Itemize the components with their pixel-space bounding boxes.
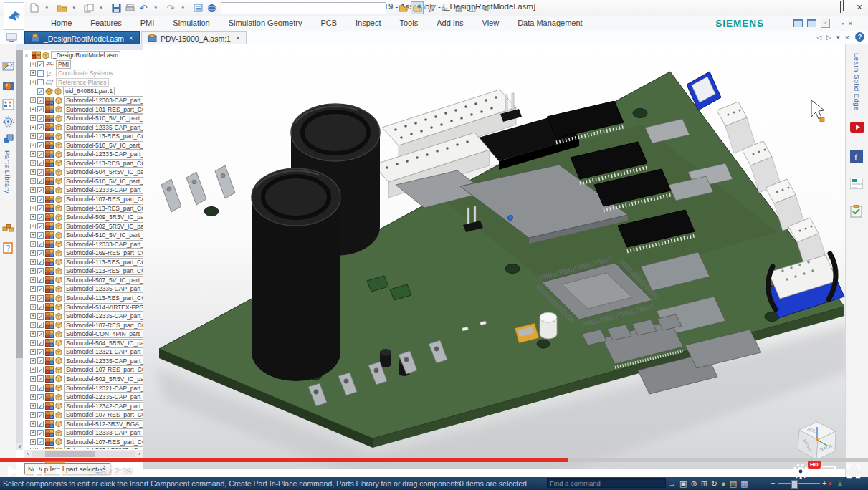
tree-row[interactable]: +✓Submodel-510_5V_IC_part_S [24, 114, 143, 123]
tree-row[interactable]: +✓Submodel-12335-CAP_part_ [24, 357, 143, 366]
ribbon-tab-tools[interactable]: Tools [391, 16, 428, 31]
tree-row[interactable]: +✓Submodel-107-RES_part_CC [24, 438, 143, 447]
expand-toggle-icon[interactable]: + [30, 286, 36, 292]
dropdown-caret[interactable]: ▾ [70, 2, 81, 14]
visibility-checkbox[interactable]: ✓ [37, 295, 44, 302]
expand-toggle-icon[interactable]: + [30, 143, 36, 148]
visibility-checkbox[interactable] [37, 70, 44, 77]
tree-item-label[interactable]: Submodel-113-RES_part_CC [64, 132, 143, 140]
paint-icon[interactable] [426, 2, 437, 14]
tree-row[interactable]: +✓Submodel-502_5R5V_IC_part [24, 221, 143, 231]
tree-item-label[interactable]: Submodel-113-RES_part_CC [64, 294, 143, 302]
close-tab-icon[interactable]: × [236, 34, 240, 42]
visibility-checkbox[interactable]: ✓ [37, 430, 44, 436]
ribbon-tab-data-management[interactable]: Data Management [508, 16, 592, 31]
tree-row[interactable]: +Reference Planes [24, 78, 143, 87]
search-dropdown-caret[interactable]: ▾ [390, 5, 395, 11]
visibility-checkbox[interactable]: ✓ [37, 169, 44, 176]
tree-row[interactable]: +✓Submodel-502_5R5V_IC_part [24, 375, 143, 384]
tree-row[interactable]: +✓Submodel-113-RES_part_CC [24, 159, 143, 168]
expand-toggle-icon[interactable]: + [30, 331, 36, 337]
visibility-checkbox[interactable]: ✓ [37, 268, 44, 274]
visibility-checkbox[interactable]: ✓ [37, 241, 44, 247]
tree-item-label[interactable]: Submodel-510_5V_IC_part_S [64, 114, 143, 123]
visibility-checkbox[interactable]: ✓ [37, 340, 44, 346]
tree-item-label[interactable]: Coordinate Systems [56, 69, 115, 77]
visibility-checkbox[interactable]: ✓ [37, 277, 44, 283]
select-overlap-icon[interactable]: ⧉ [480, 2, 492, 14]
tree-item-label[interactable]: Submodel-CON_4PIN_part_C [64, 330, 143, 338]
tree-horizontal-scrollbar[interactable]: ‹ › [24, 450, 143, 458]
tree-item-label[interactable]: Submodel-12335-CAP_part_ [64, 357, 143, 365]
visibility-checkbox[interactable]: ✓ [37, 438, 44, 445]
panel-drag-handle[interactable]: ·········· [16, 44, 143, 50]
visibility-checkbox[interactable]: ✓ [37, 250, 44, 256]
parts-library-icon[interactable] [2, 133, 14, 145]
tree-row[interactable]: +✓Submodel-504_5R5V_IC_part [24, 168, 143, 177]
select-inside-icon[interactable]: ◫ [467, 2, 478, 14]
visibility-checkbox[interactable]: ✓ [37, 367, 44, 373]
tree-row[interactable]: +✓Submodel-510_5V_IC_part_S [24, 177, 143, 186]
tree-row[interactable]: +✓Submodel-12335-CAP_part_ [24, 284, 143, 294]
tree-row[interactable]: +✓Submodel-107-RES_part_CC [24, 365, 143, 375]
tab-list-caret-icon[interactable]: ▾ [836, 34, 840, 41]
volume-button[interactable] [53, 462, 72, 481]
tree-item-label[interactable]: Submodel-169-RES_part_CC [64, 249, 143, 257]
mdi-restore-button[interactable]: ▫ [842, 20, 844, 27]
tree-item-label[interactable]: Submodel-12342-CAP_part_ [64, 402, 143, 410]
redo-icon[interactable]: ↷ [165, 2, 176, 14]
expand-toggle-icon[interactable]: + [30, 394, 36, 400]
visibility-checkbox[interactable]: ✓ [37, 124, 44, 130]
visibility-checkbox[interactable]: ✓ [37, 375, 44, 382]
help-button[interactable]: ? [855, 32, 864, 42]
3d-viewport[interactable]: TOP RIGHT BACK [143, 44, 846, 469]
visibility-checkbox[interactable]: ✓ [37, 106, 44, 112]
new-window-icon[interactable] [793, 19, 803, 27]
tree-row[interactable]: +✓Submodel-12321-CAP_part_ [24, 347, 143, 357]
expand-toggle-icon[interactable]: + [30, 448, 36, 449]
expand-toggle-icon[interactable]: + [30, 412, 36, 418]
visibility-checkbox[interactable]: ✓ [37, 349, 44, 355]
tree-item-label[interactable]: Submodel-113-RES_part_CC [64, 159, 143, 168]
tree-row[interactable]: +✓Submodel-CON_4PIN_part_C [24, 330, 143, 339]
view-cube[interactable]: TOP RIGHT BACK [798, 422, 836, 460]
tree-row[interactable]: ∧_DesignRootModel.asm [24, 51, 143, 60]
tree-row[interactable]: +Coordinate Systems [24, 69, 143, 78]
tree-item-label[interactable]: Submodel-12335-CAP_part_ [64, 284, 143, 293]
open-inplace-icon[interactable] [397, 2, 409, 14]
close-button[interactable]: × [854, 1, 865, 13]
visibility-checkbox[interactable]: ✓ [37, 412, 44, 418]
collapse-caret-icon[interactable]: ∧ [24, 52, 30, 59]
tree-item-label[interactable]: Submodel-113-RES_part_CC [64, 266, 143, 275]
facebook-icon[interactable]: f [850, 150, 864, 162]
tree-item-label[interactable]: PMI [56, 60, 71, 69]
expand-toggle-icon[interactable]: + [30, 340, 36, 346]
tree-item-label[interactable]: Submodel-12321-CAP_part_ [64, 347, 143, 356]
tree-row[interactable]: +✓Submodel-520-LP2985_IC_p [24, 446, 143, 449]
expand-toggle-icon[interactable]: + [30, 178, 36, 184]
zoom-slider-thumb[interactable] [791, 480, 798, 489]
expand-toggle-icon[interactable]: + [30, 376, 36, 382]
tree-row[interactable]: +✓Submodel-12333-CAP_part_ [24, 239, 143, 249]
visibility-checkbox[interactable]: ✓ [37, 223, 44, 229]
expand-toggle-icon[interactable]: + [30, 80, 36, 85]
tab-scroll-left-icon[interactable]: ◁ [816, 34, 821, 41]
ribbon-tab-add-ins[interactable]: Add Ins [427, 16, 472, 31]
scroll-left-icon[interactable]: ‹ [24, 451, 32, 457]
visibility-checkbox[interactable]: ✓ [37, 151, 44, 158]
ribbon-tab-view[interactable]: View [473, 16, 509, 31]
expand-toggle-icon[interactable]: + [30, 439, 36, 445]
expand-toggle-icon[interactable]: + [30, 151, 36, 157]
tree-row[interactable]: +✓Submodel-113-RES_part_CC [24, 258, 143, 267]
expand-toggle-icon[interactable]: + [30, 259, 36, 265]
play-button[interactable] [3, 462, 22, 481]
tree-row[interactable]: +✓Submodel-12342-CAP_part_ [24, 401, 143, 410]
tree-item-label[interactable]: Submodel-12333-CAP_part_ [64, 150, 143, 158]
expand-toggle-icon[interactable]: + [30, 277, 36, 283]
tree-row[interactable]: +✓Submodel-514-VIRTEX-FPGA [24, 302, 143, 312]
visibility-checkbox[interactable]: ✓ [37, 133, 44, 140]
tree-row[interactable]: +✓Submodel-113-RES_part_CC [24, 294, 143, 303]
visibility-checkbox[interactable]: ✓ [37, 232, 44, 239]
expand-toggle-icon[interactable]: + [30, 241, 36, 247]
expand-toggle-icon[interactable]: + [30, 70, 36, 76]
